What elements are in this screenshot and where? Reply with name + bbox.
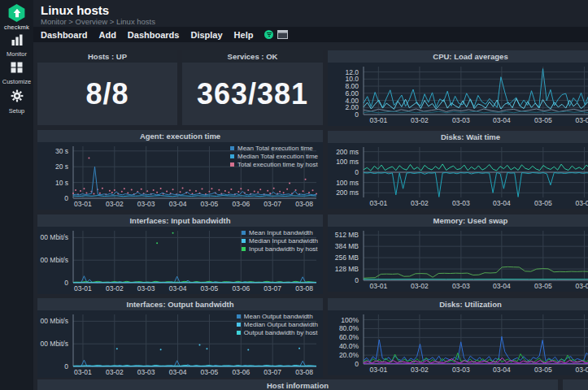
- menu-item-help[interactable]: Help: [234, 30, 254, 40]
- y-tick-label: 10 s: [37, 179, 68, 187]
- panel-title[interactable]: CPU: Load averages: [328, 50, 588, 63]
- disks-utilization-chart: 100%80.0%60.0%40.0%20.0%003-0103-0203-03…: [328, 310, 588, 375]
- legend-label: Total execution time by host: [237, 161, 318, 168]
- used-swap-chart: 512 MB384 MB256 MB128 MB003-0103-0203-03…: [328, 227, 588, 292]
- y-tick-label: 40.0%: [328, 342, 359, 350]
- x-tick-label: 03-05: [530, 282, 556, 290]
- menu-item-dashboards[interactable]: Dashboards: [128, 30, 180, 40]
- services-ok-value[interactable]: 363/381: [182, 63, 323, 125]
- x-tick-label: 03-06: [228, 368, 254, 376]
- x-tick-label: 03-06: [571, 366, 588, 374]
- panel-title: [563, 379, 588, 390]
- grid-icon: [11, 62, 23, 73]
- checkmk-logo-icon: [8, 4, 26, 22]
- panel-title[interactable]: Host information: [37, 379, 558, 390]
- y-tick-label: 0: [37, 194, 68, 202]
- y-tick-label: 00 Mbit/s: [37, 256, 68, 264]
- breadcrumb[interactable]: Monitor > Overview > Linux hosts: [41, 17, 155, 26]
- panel-title[interactable]: Interfaces: Output bandwidth: [37, 298, 323, 310]
- legend-swatch: [242, 247, 246, 251]
- legend-label: Output bandwidth by host: [244, 329, 318, 336]
- disks-wait-chart: 200 ms100 ms0100 ms200 ms03-0103-0203-03…: [328, 143, 588, 209]
- x-tick-label: 03-04: [489, 366, 515, 374]
- menubar: Dashboard Add Dashboards Display Help: [33, 27, 588, 42]
- x-tick-label: 03-04: [165, 200, 191, 208]
- window-icon[interactable]: [277, 30, 288, 39]
- input-bandwidth-chart: 00 Mbit/s00 Mbit/s003-0103-0203-0303-040…: [37, 227, 323, 294]
- legend-item: Median Total execution time: [230, 153, 318, 160]
- x-tick-label: 03-05: [196, 200, 222, 208]
- panel-title[interactable]: Agent: execution time: [37, 130, 323, 142]
- filter-icon[interactable]: [264, 30, 273, 39]
- legend-item: Mean Input bandwidth: [242, 229, 318, 236]
- y-tick-label: 100 ms: [328, 179, 359, 187]
- panel-title[interactable]: Memory: Used swap: [328, 214, 588, 227]
- sidebar-item-customize[interactable]: Customize: [0, 62, 33, 85]
- x-tick-label: 03-03: [448, 199, 474, 207]
- panel-title[interactable]: Disks: Wait time: [328, 131, 588, 143]
- panel-cpu-load-averages: CPU: Load averages 12.010.08.006.004.002…: [328, 50, 588, 126]
- panel-title[interactable]: Disks: Utilization: [328, 298, 588, 310]
- legend-swatch: [237, 323, 241, 327]
- x-tick-label: 03-05: [530, 199, 556, 207]
- x-tick-label: 03-02: [407, 282, 433, 290]
- panel-title[interactable]: Services : OK: [182, 50, 323, 63]
- y-tick-label: 0: [328, 276, 359, 284]
- x-tick-label: 03-03: [133, 368, 159, 376]
- x-tick-label: 03-05: [196, 284, 222, 292]
- legend-label: Median Input bandwidth: [249, 237, 318, 245]
- x-tick-label: 03-03: [448, 366, 474, 374]
- legend-swatch: [237, 314, 241, 318]
- x-tick-label: 03-01: [70, 200, 96, 208]
- x-tick-label: 03-06: [228, 284, 254, 292]
- y-tick-label: 00 Mbit/s: [37, 317, 68, 325]
- panel-interfaces-output-bandwidth: Interfaces: Output bandwidth 00 Mbit/s00…: [37, 298, 323, 378]
- sidebar: checkmk Monitor Customize: [0, 0, 33, 390]
- gear-icon: [11, 89, 24, 102]
- x-tick-label: 03-02: [407, 116, 433, 124]
- y-tick-label: 384 MB: [328, 242, 359, 250]
- x-tick-label: 03-02: [102, 200, 128, 208]
- x-tick-label: 03-05: [196, 368, 222, 376]
- legend-item: Median Output bandwidth: [237, 321, 318, 328]
- x-tick-label: 03-04: [165, 284, 191, 292]
- legend-item: Total execution time by host: [230, 161, 318, 168]
- x-tick-label: 03-04: [489, 116, 515, 124]
- sidebar-item-setup[interactable]: Setup: [0, 89, 33, 115]
- x-tick-label: 03-07: [259, 284, 285, 292]
- panel-services-ok: Services : OK 363/381: [182, 50, 323, 125]
- panel-title[interactable]: Hosts : UP: [37, 50, 177, 63]
- cpu-load-chart: 12.010.08.006.004.002.00003-0103-0203-03…: [328, 63, 588, 126]
- checkmk-logo[interactable]: checkmk: [0, 4, 33, 31]
- legend-swatch: [230, 146, 234, 150]
- panel-fragment: [563, 379, 588, 390]
- hosts-up-value[interactable]: 8/8: [37, 63, 177, 125]
- x-tick-label: 03-05: [530, 366, 556, 374]
- legend-item: Input bandwidth by host: [242, 245, 318, 253]
- logo-label: checkmk: [0, 24, 33, 31]
- chart-legend: Mean Total execution timeMedian Total ex…: [230, 145, 318, 169]
- x-tick-label: 03-01: [70, 284, 96, 292]
- legend-label: Mean Total execution time: [237, 145, 313, 152]
- panel-interfaces-input-bandwidth: Interfaces: Input bandwidth 00 Mbit/s00 …: [37, 214, 323, 294]
- x-tick-label: 03-01: [365, 199, 391, 207]
- y-tick-label: 512 MB: [328, 231, 359, 239]
- legend-swatch: [237, 331, 241, 335]
- menu-item-dashboard[interactable]: Dashboard: [41, 30, 87, 40]
- sidebar-item-monitor[interactable]: Monitor: [0, 34, 33, 58]
- x-tick-label: 03-05: [530, 116, 556, 124]
- menu-item-add[interactable]: Add: [98, 30, 115, 40]
- x-tick-label: 03-03: [448, 116, 474, 124]
- sidebar-item-label: Monitor: [0, 50, 33, 58]
- legend-label: Median Output bandwidth: [244, 321, 318, 328]
- x-tick-label: 03-08: [291, 200, 317, 208]
- chart-legend: Mean Output bandwidthMedian Output bandw…: [237, 313, 318, 337]
- page-header: Linux hosts Monitor > Overview > Linux h…: [33, 0, 588, 27]
- x-tick-label: 03-08: [291, 368, 317, 376]
- y-tick-label: 80.0%: [328, 324, 359, 332]
- legend-swatch: [230, 162, 234, 167]
- x-tick-label: 03-01: [70, 368, 96, 376]
- panel-title[interactable]: Interfaces: Input bandwidth: [37, 214, 323, 227]
- menu-item-display[interactable]: Display: [190, 30, 222, 40]
- y-tick-label: 200 ms: [328, 188, 359, 197]
